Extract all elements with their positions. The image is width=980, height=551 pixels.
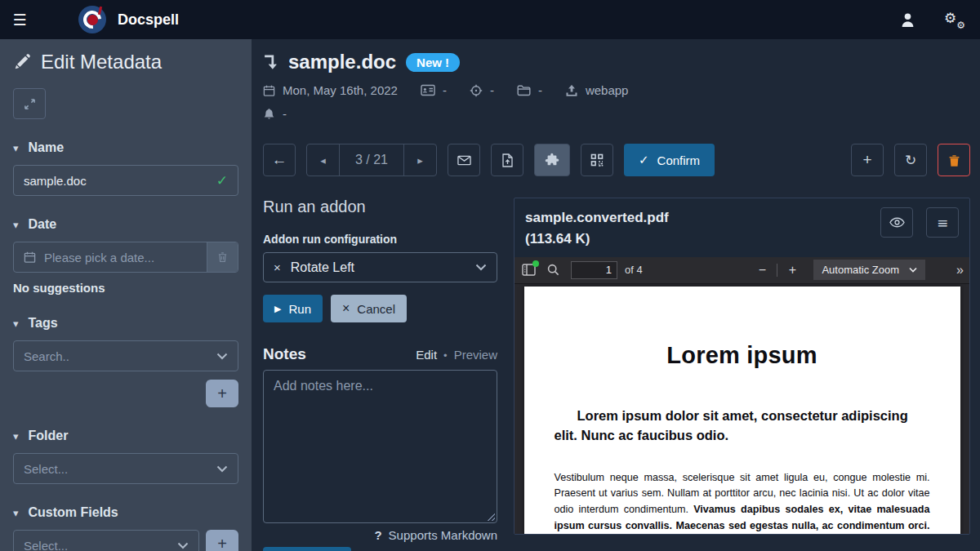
pdf-viewport[interactable]: Lorem ipsum Lorem ipsum dolor sit amet, …	[514, 284, 969, 534]
due-date-value[interactable]: -	[283, 107, 287, 121]
folder-placeholder: Select...	[24, 462, 68, 476]
arrow-left-icon: ←	[272, 151, 287, 169]
zoom-out-button[interactable]: −	[751, 263, 773, 278]
cancel-addon-button[interactable]: × Cancel	[331, 295, 407, 322]
notes-edit-link[interactable]: Edit	[416, 348, 437, 362]
folder-icon	[517, 84, 531, 96]
upload-icon	[565, 84, 578, 97]
section-header-name[interactable]: ▾ Name	[13, 140, 238, 155]
confirm-button[interactable]: ✓ Confirm	[624, 144, 715, 176]
delete-button[interactable]	[938, 144, 970, 176]
next-item-button[interactable]: ▸	[404, 144, 436, 176]
zoom-level-select[interactable]: Automatic Zoom	[813, 260, 925, 280]
add-tag-button[interactable]: +	[206, 380, 238, 407]
sidebar-header: Edit Metadata	[13, 51, 238, 73]
zoom-in-button[interactable]: +	[781, 263, 804, 278]
section-header-custom-fields[interactable]: ▾ Custom Fields	[13, 505, 238, 520]
chevron-down-icon	[177, 542, 189, 549]
close-icon: ×	[342, 301, 350, 316]
addon-selected-value: Rotate Left	[291, 260, 475, 275]
section-header-tags[interactable]: ▾ Tags	[13, 316, 238, 331]
name-section-label: Name	[29, 140, 65, 155]
name-field: ✓	[13, 165, 238, 196]
date-section-label: Date	[29, 217, 57, 232]
reprocess-button[interactable]: ↻	[894, 144, 927, 176]
pagination-label: 3 / 21	[339, 144, 404, 176]
clear-selection-icon[interactable]: ×	[274, 260, 281, 274]
pdf-toolbar-more-button[interactable]: »	[956, 263, 962, 278]
pdf-lead-paragraph: Lorem ipsum dolor sit amet, consectetur …	[555, 407, 930, 446]
name-input[interactable]	[24, 174, 216, 188]
notes-textarea[interactable]	[264, 371, 497, 522]
play-icon: ▶	[274, 304, 281, 314]
addon-config-dropdown[interactable]: × Rotate Left	[263, 252, 497, 282]
run-addon-button[interactable]: ▶ Run	[263, 295, 323, 322]
chevron-down-icon	[475, 264, 487, 271]
folder-value[interactable]: -	[538, 83, 542, 97]
markdown-help-link[interactable]: ? Supports Markdown	[263, 528, 497, 542]
chevron-down-icon	[216, 465, 228, 473]
top-navbar: ☰ Docspell ⚙⚙	[0, 0, 980, 39]
attachment-title: sample.converted.pdf (113.64 K)	[525, 207, 703, 251]
trash-icon	[948, 153, 960, 167]
attachment-menu-button[interactable]: ≡	[926, 207, 959, 238]
new-badge[interactable]: New !	[406, 53, 460, 72]
sidebar-title: Edit Metadata	[41, 51, 162, 73]
pdf-page: Lorem ipsum Lorem ipsum dolor sit amet, …	[524, 287, 960, 534]
folder-dropdown[interactable]: Select...	[13, 453, 238, 484]
save-notes-button[interactable]	[263, 547, 351, 551]
puzzle-icon	[545, 153, 559, 167]
pdf-body-paragraph: Vestibulum neque massa, scelerisque sit …	[555, 470, 930, 534]
envelope-icon	[457, 155, 471, 166]
pdfjs-toolbar: of 4 − + Automatic Zoom »	[514, 257, 969, 284]
mail-button[interactable]	[448, 144, 480, 176]
check-icon: ✓	[639, 153, 649, 167]
sidebar-indicator-dot	[532, 260, 539, 267]
bell-icon	[263, 108, 275, 121]
attach-file-button[interactable]	[491, 144, 523, 176]
custom-fields-dropdown[interactable]: Select...	[13, 530, 199, 551]
chevron-down-icon	[216, 353, 228, 360]
clear-date-button[interactable]	[207, 242, 238, 272]
concerning-value[interactable]: -	[490, 83, 494, 97]
pdf-doc-title: Lorem ipsum	[555, 342, 930, 369]
caret-down-icon: ▾	[13, 430, 19, 442]
source-value[interactable]: webapp	[586, 83, 629, 97]
custom-fields-section-label: Custom Fields	[29, 505, 118, 520]
expand-sidebar-button[interactable]	[13, 88, 46, 119]
custom-fields-placeholder: Select...	[24, 539, 68, 551]
section-header-date[interactable]: ▾ Date	[13, 217, 238, 232]
addon-button[interactable]	[534, 144, 570, 176]
add-item-button[interactable]: +	[851, 144, 884, 176]
item-toolbar: ← ◂ 3 / 21 ▸ ✓ Confirm + ↻	[263, 144, 970, 176]
expand-arrows-icon	[24, 98, 36, 110]
trash-icon	[217, 251, 228, 263]
date-field	[13, 242, 238, 273]
tags-dropdown[interactable]: Search..	[13, 340, 238, 371]
add-custom-field-button[interactable]: +	[206, 530, 238, 551]
date-input[interactable]	[44, 251, 198, 264]
section-header-folder[interactable]: ▾ Folder	[13, 429, 238, 443]
notes-field	[263, 370, 497, 523]
pdf-find-button[interactable]	[547, 264, 559, 276]
notes-preview-link[interactable]: Preview	[454, 348, 497, 362]
item-date[interactable]: Mon, May 16th, 2022	[283, 83, 398, 97]
settings-cogs-icon[interactable]: ⚙⚙	[944, 10, 965, 29]
qr-code-button[interactable]	[581, 144, 613, 176]
pdf-sidebar-toggle-button[interactable]	[522, 264, 536, 276]
hamburger-menu-icon[interactable]: ☰	[0, 11, 39, 29]
attachment-panel: sample.converted.pdf (113.64 K) ≡	[514, 198, 970, 535]
preview-toggle-button[interactable]	[880, 207, 913, 238]
addon-heading: Run an addon	[263, 198, 497, 216]
docspell-logo	[78, 6, 106, 33]
user-icon[interactable]	[899, 11, 916, 29]
correspondent-value[interactable]: -	[443, 83, 447, 97]
calendar-icon	[24, 251, 36, 264]
tags-section-label: Tags	[29, 316, 58, 331]
back-button[interactable]: ←	[263, 144, 296, 176]
pdf-page-input[interactable]	[571, 261, 617, 279]
prev-item-button[interactable]: ◂	[307, 144, 339, 176]
question-icon: ?	[374, 528, 381, 542]
pagination-group: ◂ 3 / 21 ▸	[306, 144, 437, 176]
caret-down-icon: ▾	[13, 142, 19, 154]
